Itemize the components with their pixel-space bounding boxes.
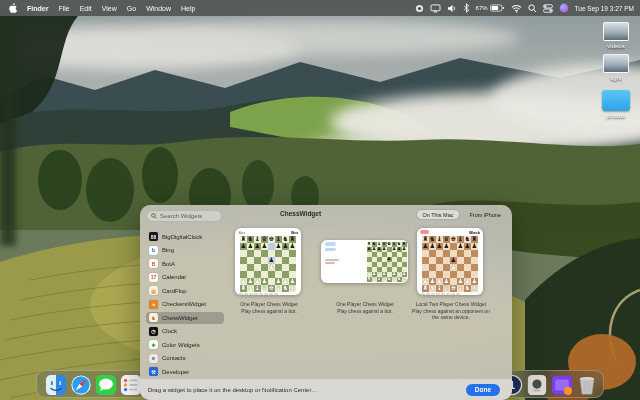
tab-on-this-mac[interactable]: On This Mac — [416, 209, 459, 220]
blue-folder-icon — [602, 90, 630, 111]
sidebar-item-calendar[interactable]: 17Calendar — [146, 271, 224, 283]
app-icon: ● — [149, 300, 158, 309]
desktop-file-light[interactable]: light — [598, 54, 634, 81]
black-piece: ♞ — [430, 236, 436, 242]
search-icon — [151, 213, 157, 219]
sidebar-item-contacts[interactable]: ☻Contacts — [146, 352, 224, 364]
siri-icon[interactable] — [559, 3, 569, 13]
drag-hint-text: Drag a widget to place it on the desktop… — [140, 387, 317, 393]
done-button[interactable]: Done — [466, 384, 500, 396]
white-piece: ♚ — [387, 277, 391, 282]
app-icon: ❖ — [149, 340, 158, 349]
board-square: ♟ — [282, 278, 289, 285]
black-piece: ♟ — [269, 257, 275, 263]
sidebar-item-label: CardFlop — [162, 288, 187, 294]
sidebar-item-bigdigitalclock[interactable]: 88BigDigitalClock — [146, 231, 224, 243]
widget-gallery-panel: Search Widgets 88BigDigitalClockbBingBBo… — [140, 205, 512, 400]
sidebar-item-label: Calendar — [162, 274, 186, 280]
dock-safari-icon[interactable] — [70, 374, 92, 396]
white-piece: ♟ — [465, 278, 471, 284]
white-piece: ♟ — [444, 278, 450, 284]
widget-one-player-medium[interactable]: ♜♞♝♛♚♝♞♜♟♟♟♟♟♟♟♟♟♟♟♟♟♟♟♟♜♞♝♛♚♝♞♜ — [321, 240, 408, 283]
white-piece: ♛ — [382, 277, 386, 282]
widget-two-player-small[interactable]: Black ♜♞♝♛♚♝♞♜♟♟♟♟♟♟♟♟♟♟♟♟♟♟♟♟♜♞♝♛♚♝♞♜ — [417, 228, 483, 295]
white-piece: ♜ — [241, 285, 247, 291]
black-piece: ♟ — [458, 243, 464, 249]
white-piece: ♞ — [430, 285, 436, 291]
board-square — [261, 257, 268, 264]
dock-messages-icon[interactable] — [95, 374, 117, 396]
board-square: ♟ — [471, 243, 478, 250]
white-piece: ♟ — [437, 278, 443, 284]
display-icon[interactable] — [430, 4, 441, 13]
board-square — [247, 271, 254, 278]
desktop-file-videos[interactable]: videos — [598, 22, 634, 49]
board-square — [240, 250, 247, 257]
dock-trash-icon[interactable] — [576, 374, 598, 396]
board-square — [247, 250, 254, 257]
tab-from-iphone[interactable]: From iPhone — [465, 210, 507, 219]
board-square — [457, 264, 464, 271]
sidebar-item-color-widgets[interactable]: ❖Color Widgets — [146, 339, 224, 351]
black-piece: ♟ — [444, 243, 450, 249]
black-piece: ♞ — [465, 236, 471, 242]
board-square: ♜ — [289, 285, 296, 292]
sidebar-item-checkerswidget[interactable]: ●CheckersWidget — [146, 298, 224, 310]
board-square: ♟ — [457, 278, 464, 285]
board-square: ♝ — [457, 236, 464, 243]
dock-purple-app-icon[interactable] — [551, 374, 573, 396]
screen-record-icon[interactable] — [415, 4, 424, 13]
widget-one-player-small[interactable]: You Bot ♜♞♝♛♚♝♞♜♟♟♟♟♟♟♟♟♟♟♟♟♟♟♟♟♜♞♝♛♚♝♞♜ — [235, 228, 301, 295]
menubar-clock[interactable]: Tue Sep 19 3:27 PM — [575, 5, 634, 12]
board-square: ♝ — [457, 285, 464, 292]
board-square — [450, 278, 457, 285]
menu-window[interactable]: Window — [146, 5, 171, 12]
menu-edit[interactable]: Edit — [80, 5, 92, 12]
dock-finder-icon[interactable] — [45, 374, 67, 396]
apple-menu-icon[interactable] — [8, 3, 17, 13]
menu-view[interactable]: View — [102, 5, 117, 12]
board-square: ♟ — [247, 243, 254, 250]
white-piece: ♜ — [290, 285, 296, 291]
dock-gray-app-icon[interactable] — [526, 374, 548, 396]
control-center-icon[interactable] — [543, 4, 553, 13]
sidebar-item-chesswidget[interactable]: ♞ChessWidget — [146, 312, 224, 324]
board-square: ♟ — [450, 264, 457, 271]
white-piece: ♞ — [283, 285, 289, 291]
wifi-icon[interactable] — [511, 4, 522, 13]
dock-reminders-icon[interactable] — [120, 374, 142, 396]
black-piece: ♟ — [472, 243, 478, 249]
white-piece: ♟ — [458, 278, 464, 284]
board-square — [275, 271, 282, 278]
board-square — [247, 264, 254, 271]
volume-icon[interactable] — [447, 4, 457, 13]
sidebar-item-bing[interactable]: bBing — [146, 244, 224, 256]
menu-help[interactable]: Help — [181, 5, 195, 12]
white-piece: ♟ — [290, 278, 296, 284]
desktop-folder-photos[interactable]: photos — [598, 90, 634, 119]
app-icon: ☻ — [149, 354, 158, 363]
menu-file[interactable]: File — [58, 5, 69, 12]
sidebar-item-bota[interactable]: BBotA — [146, 258, 224, 270]
board-square — [254, 257, 261, 264]
sidebar-item-cardflop[interactable]: ▤CardFlop — [146, 285, 224, 297]
menu-app-name[interactable]: Finder — [27, 5, 48, 12]
source-tabs: On This Mac From iPhone — [416, 209, 506, 220]
board-square: ♞ — [464, 285, 471, 292]
sidebar-item-clock[interactable]: ◷Clock — [146, 325, 224, 337]
black-piece: ♟ — [241, 243, 247, 249]
white-piece: ♜ — [367, 277, 371, 282]
battery-indicator[interactable]: 67% — [476, 4, 505, 12]
board-square: ♟ — [275, 243, 282, 250]
board-square: ♞ — [282, 236, 289, 243]
bluetooth-icon[interactable] — [463, 3, 470, 13]
black-piece: ♟ — [437, 243, 443, 249]
board-square: ♟ — [240, 278, 247, 285]
spotlight-search-icon[interactable] — [528, 4, 537, 13]
sidebar-item-developer[interactable]: ⚒Developer — [146, 366, 224, 377]
widget-toolbar — [235, 292, 301, 295]
white-piece: ♟ — [423, 278, 429, 284]
menu-go[interactable]: Go — [127, 5, 136, 12]
widget-search-field[interactable]: Search Widgets — [146, 210, 222, 222]
widget-caption: One Player Chess Widget Play chess again… — [228, 301, 310, 314]
